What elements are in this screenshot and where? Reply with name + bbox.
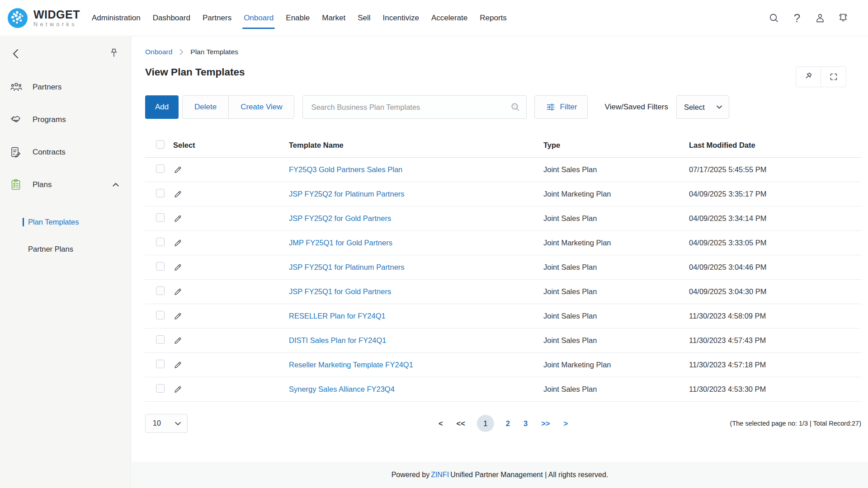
- pager: < << 1 2 3 >> >: [437, 415, 570, 432]
- row-checkbox[interactable]: [156, 238, 165, 246]
- filter-button[interactable]: Filter: [534, 95, 588, 119]
- edit-icon[interactable]: [173, 189, 289, 199]
- table-row: JSP FY25Q2 for Platinum Partners Joint M…: [145, 182, 861, 206]
- sidebar-item-partners[interactable]: Partners: [0, 71, 131, 103]
- nav-administration[interactable]: Administration: [92, 0, 141, 36]
- nav-accelerate[interactable]: Accelerate: [431, 0, 467, 36]
- template-name-link[interactable]: JSP FY25Q1 for Gold Partners: [289, 287, 543, 296]
- delete-button[interactable]: Delete: [183, 96, 228, 118]
- saved-filters-select[interactable]: Select: [676, 95, 729, 119]
- table-row: FY25Q3 Gold Partners Sales Plan Joint Sa…: [145, 158, 861, 182]
- footer: Powered by ZINFI Unified Partner Managem…: [132, 462, 868, 488]
- next-page-button[interactable]: >: [561, 419, 570, 428]
- chevron-up-icon[interactable]: [112, 181, 120, 189]
- sidebar-subitem-label: Plan Templates: [28, 218, 79, 226]
- column-header-template-name: Template Name: [289, 141, 543, 150]
- edit-icon[interactable]: [173, 385, 289, 394]
- plan-templates-table: Select Template Name Type Last Modified …: [145, 133, 861, 402]
- template-name-link[interactable]: JMP FY25Q1 for Gold Partners: [289, 239, 543, 247]
- page-button-3[interactable]: 3: [522, 419, 529, 428]
- pagination-bar: 10 < << 1 2 3 >> > (The selected page no…: [145, 413, 861, 433]
- first-page-button[interactable]: <<: [455, 419, 467, 428]
- page-button-2[interactable]: 2: [504, 419, 512, 428]
- prev-page-button[interactable]: <: [437, 419, 445, 428]
- fullscreen-icon: [829, 72, 839, 82]
- sidebar-pin-icon[interactable]: [108, 47, 120, 59]
- page-button-1[interactable]: 1: [477, 415, 494, 432]
- template-name-link[interactable]: JSP FY25Q2 for Platinum Partners: [289, 190, 543, 198]
- template-name-link[interactable]: JSP FY25Q2 for Gold Partners: [289, 214, 543, 223]
- row-type: Joint Sales Plan: [543, 287, 689, 296]
- template-name-link[interactable]: RESELLER Plan for FY24Q1: [289, 312, 543, 320]
- edit-icon[interactable]: [173, 336, 289, 345]
- sidebar-item-plans[interactable]: Plans: [0, 169, 131, 201]
- sidebar-item-partner-plans[interactable]: Partner Plans: [0, 235, 131, 263]
- edit-icon[interactable]: [173, 238, 289, 248]
- saved-filters-label: View/Saved Filters: [604, 103, 668, 112]
- row-checkbox[interactable]: [156, 311, 165, 319]
- row-checkbox[interactable]: [156, 384, 165, 393]
- nav-dashboard[interactable]: Dashboard: [153, 0, 190, 36]
- template-name-link[interactable]: JSP FY25Q1 for Platinum Partners: [289, 263, 543, 272]
- search-icon[interactable]: [768, 12, 780, 24]
- sidebar-collapse-button[interactable]: [10, 47, 23, 60]
- template-name-link[interactable]: DISTI Sales Plan for FY24Q1: [289, 336, 543, 345]
- help-icon[interactable]: ?: [791, 12, 803, 24]
- nav-sell[interactable]: Sell: [358, 0, 370, 36]
- edit-icon[interactable]: [173, 360, 289, 370]
- footer-text: Unified Partner Management | All rights …: [450, 471, 608, 479]
- page-size-select[interactable]: 10: [145, 414, 188, 433]
- sidebar-item-label: Contracts: [33, 148, 120, 157]
- brand-subtitle: Networks: [33, 21, 80, 28]
- table-row: JSP FY25Q2 for Gold Partners Joint Sales…: [145, 206, 861, 231]
- row-checkbox[interactable]: [156, 164, 165, 173]
- footer-zinfi-link[interactable]: ZINFI: [431, 471, 449, 479]
- edit-icon[interactable]: [173, 287, 289, 296]
- nav-onboard[interactable]: Onboard: [244, 0, 274, 36]
- last-page-button[interactable]: >>: [539, 419, 552, 428]
- row-last-modified: 11/30/2023 4:57:18 PM: [689, 361, 861, 369]
- edit-icon[interactable]: [173, 263, 289, 272]
- main-content: Onboard Plan Templates View Plan Templat…: [132, 37, 868, 488]
- template-name-link[interactable]: Synergy Sales Alliance FY23Q4: [289, 385, 543, 394]
- nav-reports[interactable]: Reports: [480, 0, 507, 36]
- add-button[interactable]: Add: [145, 95, 179, 119]
- pin-page-button[interactable]: [796, 67, 821, 87]
- fullscreen-button[interactable]: [821, 67, 846, 87]
- sidebar-item-programs[interactable]: Programs: [0, 103, 131, 136]
- nav-market[interactable]: Market: [322, 0, 345, 36]
- template-name-link[interactable]: FY25Q3 Gold Partners Sales Plan: [289, 165, 543, 174]
- row-checkbox[interactable]: [156, 262, 165, 271]
- notifications-icon[interactable]: [837, 12, 849, 24]
- table-row: JMP FY25Q1 for Gold Partners Joint Marke…: [145, 231, 861, 255]
- row-checkbox[interactable]: [156, 189, 165, 197]
- chevron-down-icon: [174, 420, 182, 427]
- nav-incentivize[interactable]: Incentivize: [383, 0, 419, 36]
- user-icon[interactable]: [814, 12, 826, 24]
- search-input[interactable]: [302, 95, 527, 119]
- row-checkbox[interactable]: [156, 213, 165, 222]
- row-last-modified: 04/09/2025 3:04:30 PM: [689, 287, 861, 296]
- search-submit-icon[interactable]: [510, 102, 521, 113]
- row-checkbox[interactable]: [156, 286, 165, 295]
- sidebar-item-contracts[interactable]: Contracts: [0, 136, 131, 169]
- sidebar-item-label: Partners: [33, 83, 120, 92]
- back-chevron-icon: [10, 47, 23, 60]
- row-last-modified: 04/09/2025 3:04:46 PM: [689, 263, 861, 272]
- breadcrumb-onboard[interactable]: Onboard: [145, 48, 172, 56]
- nav-enable[interactable]: Enable: [286, 0, 310, 36]
- sidebar-item-plan-templates[interactable]: Plan Templates: [0, 208, 131, 235]
- template-name-link[interactable]: Reseller Marketing Template FY24Q1: [289, 361, 543, 369]
- edit-icon[interactable]: [173, 214, 289, 223]
- sidebar-item-label: Plans: [33, 180, 102, 189]
- nav-partners[interactable]: Partners: [203, 0, 231, 36]
- search-box: [302, 95, 527, 119]
- edit-icon[interactable]: [173, 165, 289, 174]
- row-checkbox[interactable]: [156, 360, 165, 368]
- create-view-button[interactable]: Create View: [228, 96, 294, 118]
- row-checkbox[interactable]: [156, 335, 165, 344]
- select-all-checkbox[interactable]: [156, 140, 165, 149]
- page-title: View Plan Templates: [145, 66, 854, 78]
- brand-name: WIDGET: [33, 9, 80, 20]
- edit-icon[interactable]: [173, 311, 289, 321]
